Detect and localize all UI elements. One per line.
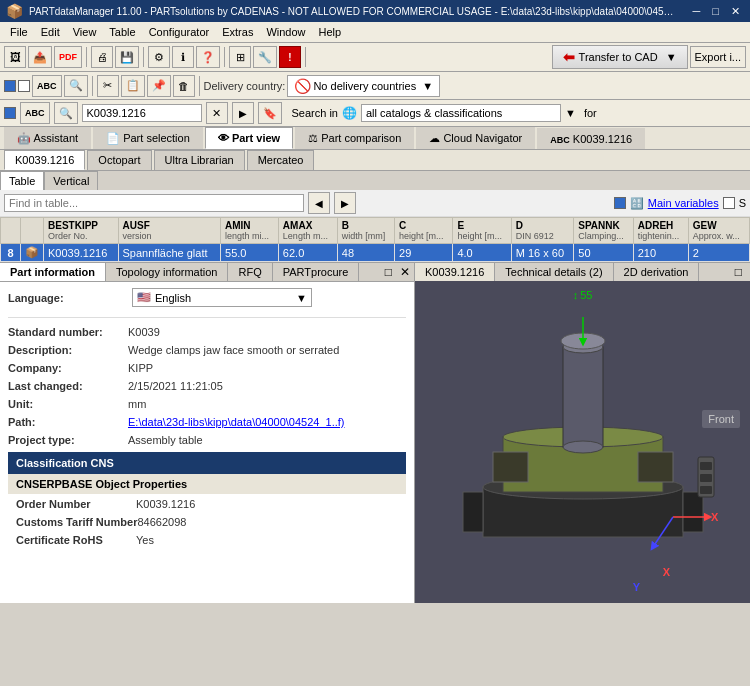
panel-tab-partprocure[interactable]: PARTprocure: [273, 263, 360, 281]
copy-btn[interactable]: 📋: [121, 75, 145, 97]
menu-table[interactable]: Table: [103, 24, 141, 40]
path-value[interactable]: E:\data\23d-libs\kipp\data\04000\04524_1…: [128, 416, 345, 428]
panel-minimize-btn[interactable]: □: [381, 265, 396, 279]
tab-part-comparison[interactable]: ⚖ Part comparison: [295, 127, 414, 149]
sub-tab-mercateo[interactable]: Mercateo: [247, 150, 315, 170]
main-variables-link[interactable]: Main variables: [648, 197, 719, 209]
catalog-icon: 🌐: [342, 106, 357, 120]
col-amax[interactable]: AMAX Length m...: [278, 218, 337, 244]
search-check1[interactable]: [4, 107, 16, 119]
grid-btn[interactable]: ⊞: [229, 46, 251, 68]
print-btn[interactable]: 🖨: [91, 46, 113, 68]
tab-part-view[interactable]: 👁 Part view: [205, 127, 293, 149]
highlight-btn[interactable]: !: [279, 46, 301, 68]
cell-amin: 55.0: [221, 244, 279, 262]
view-panel-close-btn[interactable]: □: [731, 265, 746, 279]
checkbox2[interactable]: [18, 80, 30, 92]
search-magnify-btn[interactable]: 🔍: [54, 102, 78, 124]
col-ausf[interactable]: AUSF version: [118, 218, 221, 244]
bmp-btn[interactable]: 🖼: [4, 46, 26, 68]
save-btn[interactable]: 💾: [115, 46, 139, 68]
col-icon: [21, 218, 44, 244]
table-row[interactable]: 8 📦 K0039.1216 Spannfläche glatt 55.0 62…: [1, 244, 750, 262]
sub-tab-k0039[interactable]: K0039.1216: [4, 150, 85, 170]
transfer-dropdown-icon[interactable]: ▼: [666, 51, 677, 63]
panel-tab-part-info[interactable]: Part information: [0, 263, 106, 281]
go-btn[interactable]: ▶: [232, 102, 254, 124]
find-next-btn[interactable]: ▶: [334, 192, 356, 214]
export-i-btn[interactable]: Export i...: [690, 46, 746, 68]
abc-btn[interactable]: ABC: [32, 75, 62, 97]
tab-vertical[interactable]: Vertical: [44, 171, 98, 190]
transfer-to-cad-btn[interactable]: ⬅ Transfer to CAD ▼: [552, 45, 688, 69]
tab-table[interactable]: Table: [0, 171, 44, 190]
cut-btn[interactable]: ✂: [97, 75, 119, 97]
view-tab-2d[interactable]: 2D derivation: [614, 263, 700, 281]
menu-edit[interactable]: Edit: [35, 24, 66, 40]
delivery-dropdown[interactable]: 🚫 No delivery countries ▼: [287, 75, 440, 97]
cns-customs: Customs Tariff Number 84662098: [16, 516, 398, 528]
view-tab-technical[interactable]: Technical details (2): [495, 263, 613, 281]
tab-cloud-navigator[interactable]: ☁ Cloud Navigator: [416, 127, 535, 149]
search-abc-btn[interactable]: ABC: [20, 102, 50, 124]
col-b[interactable]: B width [mm]: [337, 218, 394, 244]
col-c-sub: height [m...: [399, 231, 448, 241]
bookmark-btn[interactable]: 🔖: [258, 102, 282, 124]
col-bestkipp[interactable]: BESTKIPP Order No.: [44, 218, 119, 244]
sub-tab-octopart[interactable]: Octopart: [87, 150, 151, 170]
cell-amax: 62.0: [278, 244, 337, 262]
part-id-input[interactable]: [82, 104, 202, 122]
tab-k0039[interactable]: ABC K0039.1216: [537, 128, 645, 149]
col-c[interactable]: C height [m...: [395, 218, 453, 244]
for-label: for: [584, 107, 597, 119]
col-amin[interactable]: AMIN length mi...: [221, 218, 279, 244]
find-input[interactable]: [4, 194, 304, 212]
panel-tab-topology[interactable]: Topology information: [106, 263, 229, 281]
tab-part-selection[interactable]: 📄 Part selection: [93, 127, 203, 149]
help-btn[interactable]: ❓: [196, 46, 220, 68]
checkbox1[interactable]: [4, 80, 16, 92]
menu-view[interactable]: View: [67, 24, 103, 40]
menu-window[interactable]: Window: [260, 24, 311, 40]
info-btn[interactable]: ℹ: [172, 46, 194, 68]
col-spannk[interactable]: SPANNK Clamping...: [574, 218, 633, 244]
panel-tab-rfq[interactable]: RFQ: [228, 263, 272, 281]
col-d[interactable]: D DIN 6912: [511, 218, 573, 244]
export-btn[interactable]: 📤: [28, 46, 52, 68]
menu-file[interactable]: File: [4, 24, 34, 40]
tab-assistant[interactable]: 🤖 Assistant: [4, 127, 91, 149]
sub-tab-ultra-librarian[interactable]: Ultra Librarian: [154, 150, 245, 170]
paste-btn[interactable]: 📌: [147, 75, 171, 97]
delete-btn[interactable]: 🗑: [173, 75, 195, 97]
pdf-btn[interactable]: PDF: [54, 46, 82, 68]
maximize-btn[interactable]: □: [708, 5, 723, 18]
close-btn[interactable]: ✕: [727, 5, 744, 18]
field-description: Description: Wedge clamps jaw face smoot…: [8, 344, 406, 356]
row-num: 8: [1, 244, 21, 262]
toolbar-sep4: [305, 47, 306, 67]
col-gew[interactable]: GEW Approx. w...: [688, 218, 749, 244]
col-e[interactable]: E height [m...: [453, 218, 511, 244]
view-tab-k0039[interactable]: K0039.1216: [415, 263, 495, 281]
cns-customs-value: 84662098: [137, 516, 186, 528]
panel-close-btn[interactable]: ✕: [396, 265, 414, 279]
path-link[interactable]: E:\data\23d-libs\kipp\data\04000\04524_1…: [128, 416, 345, 428]
side-var-check[interactable]: [723, 197, 735, 209]
catalog-input[interactable]: [361, 104, 561, 122]
search-btn[interactable]: 🔍: [64, 75, 88, 97]
find-prev-btn[interactable]: ◀: [308, 192, 330, 214]
menu-extras[interactable]: Extras: [216, 24, 259, 40]
data-table: BESTKIPP Order No. AUSF version AMIN len…: [0, 217, 750, 262]
config-btn[interactable]: 🔧: [253, 46, 277, 68]
minimize-btn[interactable]: ─: [689, 5, 705, 18]
language-dropdown[interactable]: 🇺🇸 English ▼: [132, 288, 312, 307]
menu-help[interactable]: Help: [313, 24, 348, 40]
settings-btn[interactable]: ⚙: [148, 46, 170, 68]
clear-search-btn[interactable]: ✕: [206, 102, 228, 124]
main-vars-check[interactable]: [614, 197, 626, 209]
menu-configurator[interactable]: Configurator: [143, 24, 216, 40]
3d-model-svg: X: [443, 307, 723, 577]
field-last-changed: Last changed: 2/15/2021 11:21:05: [8, 380, 406, 392]
catalog-arrow-icon[interactable]: ▼: [565, 107, 576, 119]
col-adreh[interactable]: ADREH tightenin...: [633, 218, 688, 244]
